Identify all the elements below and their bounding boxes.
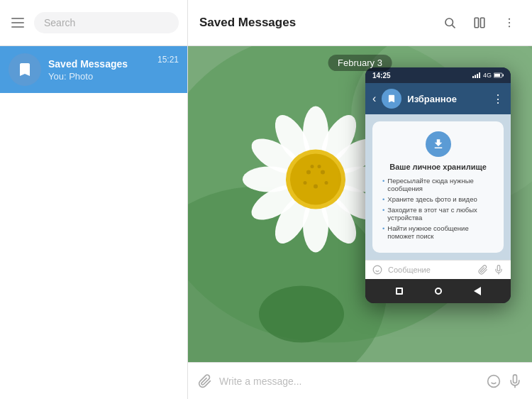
- svg-rect-35: [477, 74, 478, 78]
- phone-time: 14:25: [372, 72, 391, 80]
- phone-status-icons: 4G: [472, 72, 504, 79]
- phone-emoji-icon: [372, 265, 382, 275]
- phone-nav-bar: [365, 279, 511, 303]
- info-card-list: Пересылайте сюда нужные сообщения Хранит…: [382, 177, 494, 240]
- svg-point-4: [509, 18, 510, 20]
- svg-point-30: [325, 181, 328, 185]
- svg-point-31: [311, 165, 314, 168]
- phone-more-button[interactable]: ⋮: [492, 92, 504, 106]
- columns-button[interactable]: [468, 11, 491, 34]
- chat-info: Saved Messages You: Photo: [48, 58, 150, 82]
- svg-rect-33: [472, 76, 474, 78]
- emoji-button[interactable]: [487, 374, 501, 388]
- phone-avatar: [382, 89, 401, 109]
- svg-point-40: [373, 266, 382, 274]
- header-icons: [438, 11, 521, 34]
- phone-input-bar: Сообщение: [365, 260, 511, 279]
- info-bullet-3: Заходите в этот чат с любых устройства: [382, 206, 494, 222]
- attach-icon: [198, 374, 212, 388]
- date-badge: February 3: [328, 55, 392, 71]
- svg-point-0: [445, 18, 453, 26]
- signal-icon: [472, 72, 481, 78]
- main-chat: Saved Messages: [188, 0, 532, 399]
- svg-line-1: [452, 25, 455, 28]
- phone-chat-name: Избранное: [407, 94, 487, 104]
- svg-rect-2: [475, 18, 478, 28]
- search-button[interactable]: [438, 11, 461, 34]
- search-icon: [443, 16, 456, 29]
- chat-item-saved-messages[interactable]: Saved Messages You: Photo 15:21: [0, 46, 187, 93]
- phone-mic-icon: [494, 265, 504, 275]
- svg-point-6: [509, 26, 510, 27]
- chat-preview: You: Photo: [48, 71, 150, 82]
- info-bullet-1: Пересылайте сюда нужные сообщения: [382, 177, 494, 192]
- svg-point-25: [290, 154, 341, 205]
- phone-nav-back[interactable]: [470, 283, 485, 299]
- chat-name: Saved Messages: [48, 58, 150, 70]
- columns-icon: [473, 16, 486, 29]
- phone-back-button[interactable]: ‹: [372, 92, 376, 105]
- info-card-icon: [426, 131, 451, 157]
- phone-nav-circle[interactable]: [431, 283, 446, 299]
- chat-content: February 3 14:25 4G: [188, 46, 532, 362]
- emoji-icon: [487, 374, 501, 388]
- battery-icon: [494, 72, 504, 78]
- info-card-title: Ваше личное хранилище: [382, 163, 494, 171]
- attach-button[interactable]: [198, 374, 212, 388]
- download-icon: [432, 138, 445, 151]
- chat-avatar: [9, 53, 41, 86]
- svg-point-5: [509, 22, 510, 23]
- sidebar: Saved Messages You: Photo 15:21: [0, 0, 188, 399]
- svg-point-44: [488, 375, 500, 387]
- hamburger-menu[interactable]: [9, 15, 27, 31]
- svg-point-29: [304, 181, 307, 185]
- mic-button[interactable]: [508, 374, 522, 388]
- svg-point-28: [314, 185, 318, 189]
- svg-point-27: [321, 170, 325, 175]
- info-bullet-2: Храните здесь фото и видео: [382, 195, 494, 203]
- phone-bookmark-icon: [387, 94, 397, 104]
- svg-rect-39: [494, 74, 500, 77]
- chat-header: Saved Messages: [188, 0, 532, 46]
- chat-time: 15:21: [157, 55, 179, 65]
- svg-point-32: [318, 165, 321, 168]
- chat-title: Saved Messages: [199, 16, 438, 30]
- info-card: Ваше личное хранилище Пересылайте сюда н…: [372, 121, 504, 253]
- chat-list: Saved Messages You: Photo 15:21: [0, 46, 187, 399]
- sidebar-header: [0, 0, 187, 46]
- mic-icon: [508, 374, 522, 388]
- bookmark-icon: [16, 61, 33, 78]
- message-input-bar: [188, 362, 532, 399]
- phone-nav-square[interactable]: [392, 283, 407, 299]
- svg-rect-3: [481, 18, 484, 28]
- svg-rect-34: [475, 75, 476, 79]
- phone-message-placeholder: Сообщение: [388, 266, 472, 274]
- search-box[interactable]: [34, 12, 179, 33]
- svg-rect-38: [503, 75, 504, 77]
- app-container: Saved Messages You: Photo 15:21 Saved Me…: [0, 0, 532, 399]
- phone-attach-icon: [478, 265, 488, 275]
- phone-chat-header: ‹ Избранное ⋮: [365, 83, 511, 114]
- more-button[interactable]: [498, 11, 521, 34]
- svg-point-26: [306, 170, 311, 175]
- message-input[interactable]: [219, 376, 480, 387]
- more-icon: [503, 16, 516, 29]
- svg-rect-36: [479, 72, 480, 78]
- svg-point-11: [259, 286, 344, 343]
- search-input[interactable]: [44, 17, 169, 28]
- info-bullet-4: Найти нужное сообщение поможет поиск: [382, 224, 494, 240]
- network-label: 4G: [483, 72, 492, 79]
- phone-messages: Ваше личное хранилище Пересылайте сюда н…: [365, 114, 511, 260]
- phone-mockup: 14:25 4G: [365, 67, 511, 303]
